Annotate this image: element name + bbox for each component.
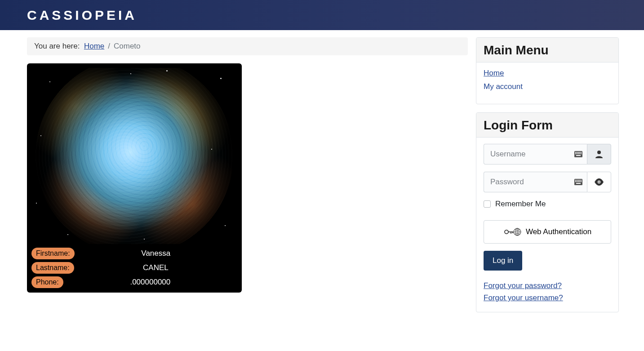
- breadcrumb-separator: /: [108, 42, 110, 50]
- site-logo[interactable]: CASSIOPEIA: [27, 8, 137, 23]
- value-phone: .000000000: [63, 278, 237, 287]
- forgot-password-link[interactable]: Forgot your password?: [484, 280, 611, 292]
- toggle-password-button[interactable]: [587, 172, 611, 192]
- main-content: You are here: Home/Cometo: [27, 37, 468, 293]
- content-card: Firstname: Vanessa Lastname: CANEL Phone…: [27, 63, 242, 293]
- web-authentication-button[interactable]: Web Authentication: [484, 220, 611, 244]
- info-row-firstname: Firstname: Vanessa: [31, 248, 237, 259]
- password-input[interactable]: [484, 172, 587, 192]
- badge-lastname: Lastname:: [31, 262, 74, 274]
- breadcrumb: You are here: Home/Cometo: [27, 37, 468, 55]
- remember-me-label: Remember Me: [495, 200, 546, 209]
- menu-link-my-account[interactable]: My account: [484, 82, 523, 91]
- password-group: [484, 172, 611, 192]
- username-input[interactable]: [484, 144, 587, 164]
- svg-point-12: [597, 151, 601, 154]
- value-lastname: CANEL: [74, 263, 237, 272]
- user-icon: [595, 150, 603, 158]
- card-image: [31, 68, 237, 244]
- module-login-form: Login Form: [476, 112, 619, 312]
- site-header: CASSIOPEIA: [0, 0, 644, 30]
- info-row-phone: Phone: .000000000: [31, 276, 237, 288]
- svg-point-27: [505, 230, 508, 234]
- main-menu-title: Main Menu: [484, 43, 611, 58]
- menu-link-home[interactable]: Home: [484, 69, 504, 77]
- forgot-username-link[interactable]: Forgot your username?: [484, 292, 611, 304]
- remember-me-row[interactable]: Remember Me: [484, 200, 611, 209]
- badge-firstname: Firstname:: [31, 248, 75, 259]
- svg-point-26: [598, 181, 600, 182]
- sidebar: Main Menu Home My account Login Form: [476, 37, 619, 320]
- username-group: [484, 144, 611, 164]
- module-main-menu: Main Menu Home My account: [476, 37, 619, 104]
- eye-icon: [594, 178, 604, 186]
- login-form-title: Login Form: [484, 118, 611, 133]
- info-row-lastname: Lastname: CANEL: [31, 262, 237, 274]
- breadcrumb-current: Cometo: [114, 42, 141, 50]
- remember-me-checkbox[interactable]: [484, 200, 491, 208]
- web-authentication-label: Web Authentication: [526, 227, 591, 236]
- value-firstname: Vanessa: [75, 249, 237, 258]
- badge-phone: Phone:: [31, 276, 63, 288]
- webauthn-icon: [503, 227, 521, 237]
- breadcrumb-link-home[interactable]: Home: [84, 42, 104, 50]
- breadcrumb-prefix: You are here:: [34, 42, 80, 50]
- username-addon-button[interactable]: [587, 144, 611, 164]
- login-button[interactable]: Log in: [484, 251, 522, 271]
